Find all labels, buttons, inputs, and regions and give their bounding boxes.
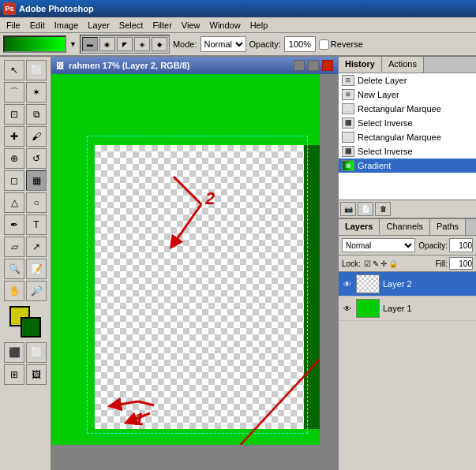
menu-image[interactable]: Image	[50, 19, 84, 32]
menu-filter[interactable]: Filter	[148, 19, 176, 32]
layer1-visibility-eye[interactable]: 👁	[342, 303, 353, 314]
opacity-label: Opacity:	[249, 39, 281, 49]
screen-mode-btn[interactable]: ⊞	[4, 364, 24, 385]
lock-label: Lock:	[342, 259, 361, 268]
path-select-tool[interactable]: ↗	[26, 237, 47, 257]
canvas-minimize-btn[interactable]	[294, 60, 305, 71]
canvas-close-btn[interactable]	[322, 60, 333, 71]
move-tool[interactable]: ↖	[4, 60, 24, 80]
history-snapshot-btn[interactable]: 📷	[340, 202, 356, 216]
gradient-dropdown-arrow[interactable]: ▼	[69, 40, 77, 48]
select-tool[interactable]: ⬜	[26, 60, 47, 80]
standard-mode-btn[interactable]: ⬜	[26, 342, 47, 363]
history-new-doc-btn[interactable]: 📄	[358, 202, 373, 216]
dodge-tool[interactable]: ○	[26, 192, 47, 213]
lasso-tool[interactable]: ⌒	[4, 82, 24, 103]
select-inverse-icon-1: ⬛	[342, 118, 354, 129]
gradient-angle-btn[interactable]: ◤	[117, 37, 133, 51]
canvas-maximize-btn[interactable]	[308, 60, 319, 71]
history-panel-tabs: History Actions	[339, 57, 476, 73]
layers-opacity-label: Opacity:	[418, 241, 448, 250]
quick-mask-btn[interactable]: ⬛	[4, 342, 24, 363]
hand-tool[interactable]: ✋	[4, 281, 24, 301]
lock-transparent-btn[interactable]: ☑	[364, 259, 371, 268]
history-item-delete-layer[interactable]: ⊟ Delete Layer	[339, 73, 476, 88]
blur-tool[interactable]: △	[4, 192, 24, 213]
history-item-rect-marquee-1[interactable]: ⬜ Rectangular Marquee	[339, 102, 476, 116]
menu-view[interactable]: View	[177, 19, 205, 32]
lock-all-btn[interactable]: 🔒	[388, 259, 398, 268]
history-brush-tool[interactable]: ↺	[26, 148, 47, 169]
brush-tool[interactable]: 🖌	[26, 126, 47, 147]
jump-to-btn[interactable]: 🖼	[26, 364, 47, 385]
rect-marquee-icon-1: ⬜	[342, 103, 354, 114]
tab-history[interactable]: History	[339, 57, 382, 73]
layer-item-layer2[interactable]: 👁 Layer 2	[339, 272, 476, 297]
lock-pixels-btn[interactable]: ✎	[373, 259, 379, 268]
history-item-rect-marquee-2[interactable]: ⬜ Rectangular Marquee	[339, 130, 476, 144]
mode-select[interactable]: Normal	[201, 36, 246, 52]
history-item-select-inverse-2[interactable]: ⬛ Select Inverse	[339, 144, 476, 159]
clone-stamp-tool[interactable]: ⊕	[4, 148, 24, 169]
menu-layer[interactable]: Layer	[83, 19, 114, 32]
gradient-linear-btn[interactable]: ▬	[82, 37, 98, 51]
reverse-checkbox[interactable]	[319, 39, 329, 50]
magic-wand-tool[interactable]: ✶	[26, 82, 47, 103]
gradient-radial-btn[interactable]: ◉	[99, 37, 115, 51]
gradient-style-group: ▬ ◉ ◤ ◈ ◆	[80, 35, 170, 54]
gradient-reflected-btn[interactable]: ◈	[134, 37, 150, 51]
pen-tool[interactable]: ✒	[4, 214, 24, 235]
main-area: ↖ ⬜ ⌒ ✶ ⊡ ⧉ ✚ 🖌 ⊕ ↺ ◻ ▦ △ ○ ✒ T	[0, 57, 476, 470]
layers-mode-select[interactable]: Normal	[342, 238, 415, 252]
canvas-titlebar: 🖼 rahmen 17% (Layer 2, RGB/8)	[51, 57, 338, 74]
lock-row: Lock: ☑ ✎ ✛ 🔒 Fill:	[339, 256, 476, 272]
menu-edit[interactable]: Edit	[25, 19, 50, 32]
gradient-preview[interactable]	[3, 35, 66, 53]
tab-channels[interactable]: Channels	[380, 219, 429, 235]
gradient-diamond-btn[interactable]: ◆	[152, 37, 167, 51]
history-inv-1-label: Select Inverse	[358, 118, 413, 128]
history-delete-layer-label: Delete Layer	[358, 76, 407, 85]
fill-input[interactable]	[449, 257, 473, 270]
tab-layers[interactable]: Layers	[339, 219, 380, 235]
text-tool[interactable]: T	[26, 214, 47, 235]
history-panel: History Actions ⊟ Delete Layer ⊞ New Lay…	[339, 57, 476, 219]
history-item-gradient[interactable]: ▦ Gradient	[339, 159, 476, 173]
background-color[interactable]	[21, 317, 41, 338]
menu-help[interactable]: Help	[245, 19, 273, 32]
layer2-name: Layer 2	[383, 279, 473, 289]
history-item-new-layer[interactable]: ⊞ New Layer	[339, 88, 476, 102]
rect-marquee-icon-2: ⬜	[342, 132, 354, 143]
lock-position-btn[interactable]: ✛	[380, 259, 387, 268]
layer1-thumbnail	[356, 299, 380, 318]
options-bar: ▼ ▬ ◉ ◤ ◈ ◆ Mode: Normal Opacity: Revers…	[0, 33, 476, 57]
tab-paths[interactable]: Paths	[430, 219, 466, 235]
gradient-tool[interactable]: ▦	[26, 170, 47, 191]
menu-select[interactable]: Select	[114, 19, 148, 32]
slice-tool[interactable]: ⧉	[26, 104, 47, 125]
opacity-input[interactable]	[284, 36, 316, 52]
menu-file[interactable]: File	[2, 19, 25, 32]
app-title: Adobe Photoshop	[19, 4, 94, 13]
right-panel: History Actions ⊟ Delete Layer ⊞ New Lay…	[338, 57, 476, 470]
history-delete-btn[interactable]: 🗑	[375, 202, 391, 216]
crop-tool[interactable]: ⊡	[4, 104, 24, 125]
shape-tool[interactable]: ▱	[4, 237, 24, 257]
layer2-thumb-checker	[357, 275, 379, 293]
eyedropper-tool[interactable]: 🔍	[4, 259, 24, 279]
layers-opacity-input[interactable]	[449, 238, 473, 252]
canvas-body[interactable]: 1 2 3 +	[51, 74, 320, 445]
canvas-transparent-area	[95, 145, 304, 429]
history-item-select-inverse-1[interactable]: ⬛ Select Inverse	[339, 116, 476, 130]
new-layer-icon: ⊞	[342, 89, 354, 100]
tab-actions[interactable]: Actions	[382, 57, 424, 73]
menu-window[interactable]: Window	[205, 19, 245, 32]
eraser-tool[interactable]: ◻	[4, 170, 24, 191]
layer-item-layer1[interactable]: 👁 Layer 1	[339, 297, 476, 321]
zoom-tool[interactable]: 🔎	[26, 281, 47, 301]
layer2-visibility-eye[interactable]: 👁	[342, 278, 353, 289]
notes-tool[interactable]: 📝	[26, 259, 47, 279]
history-rect-2-label: Rectangular Marquee	[358, 132, 441, 142]
select-inverse-icon-2: ⬛	[342, 146, 354, 157]
healing-tool[interactable]: ✚	[4, 126, 24, 147]
